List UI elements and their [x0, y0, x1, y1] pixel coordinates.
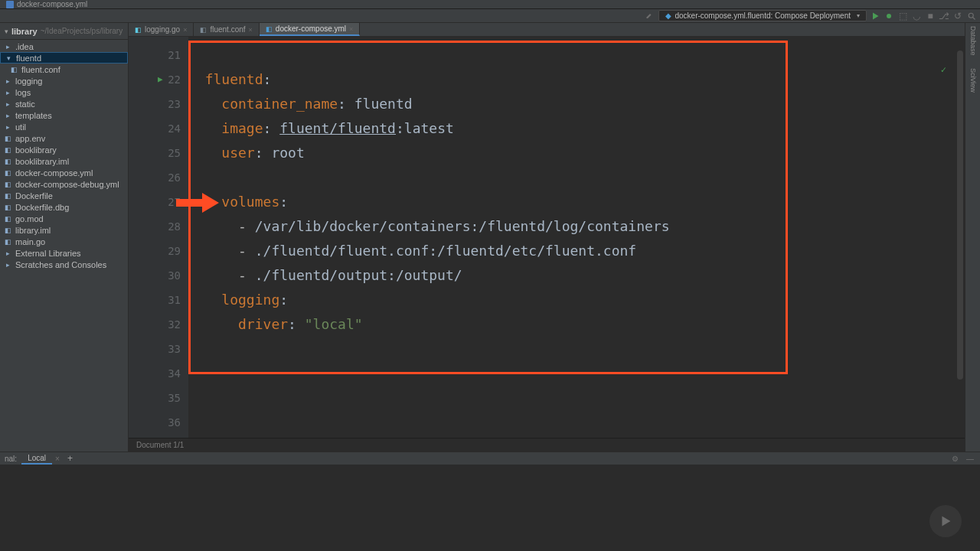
code-line[interactable] — [188, 337, 965, 361]
terminal-hide-icon[interactable]: — — [965, 453, 975, 464]
code-line[interactable]: logging: — [188, 288, 965, 312]
code-line[interactable]: user: root — [188, 141, 965, 165]
editor-body[interactable]: 2122▶2324252627282930313233343536 fluent… — [129, 37, 965, 438]
tree-item-label: fluent.conf — [21, 65, 60, 74]
run-button[interactable] — [870, 11, 880, 21]
gutter-line[interactable]: 25 — [129, 141, 181, 165]
tree-item-docker-compose-yml[interactable]: ◧docker-compose.yml — [0, 167, 128, 178]
terminal-tab-close-icon[interactable]: × — [52, 453, 63, 464]
tree-item-label: External Libraries — [15, 249, 81, 258]
gutter-line[interactable]: 28 — [129, 214, 181, 239]
gutter-line[interactable]: 31 — [129, 288, 181, 312]
gutter-line[interactable]: 30 — [129, 263, 181, 288]
search-icon[interactable] — [966, 11, 977, 21]
code-line[interactable] — [188, 386, 965, 410]
run-config-selector[interactable]: ◆ docker-compose.yml.fluentd: Compose De… — [658, 10, 867, 21]
tab-docker-compose-yml[interactable]: ◧docker-compose.yml× — [260, 23, 361, 36]
gutter-line[interactable]: 22▶ — [129, 67, 181, 92]
tree-item-scratches[interactable]: ▸Scratches and Consoles — [0, 259, 128, 270]
tree-item-dockerfile-dbg[interactable]: ◧Dockerfile.dbg — [0, 201, 128, 213]
file-type-icon: ◧ — [266, 25, 273, 33]
tree-item-booklibrary-iml[interactable]: ◧booklibrary.iml — [0, 155, 128, 167]
coverage-button[interactable]: ⬚ — [897, 11, 908, 21]
tree-item-templates[interactable]: ▸templates — [0, 109, 128, 121]
run-config-label: docker-compose.yml.fluentd: Compose Depl… — [675, 11, 851, 20]
code-area[interactable]: fluentd: container_name: fluentd image: … — [188, 37, 965, 438]
code-line[interactable]: container_name: fluentd — [188, 92, 965, 116]
tree-item-label: Dockerfile — [15, 191, 53, 201]
top-toolbar: ◆ docker-compose.yml.fluentd: Compose De… — [0, 9, 980, 23]
gutter-line[interactable]: 32 — [129, 312, 181, 337]
gutter[interactable]: 2122▶2324252627282930313233343536 — [129, 37, 188, 438]
tree-item-util[interactable]: ▸util — [0, 121, 128, 132]
tree-item--idea[interactable]: ▸.idea — [0, 41, 128, 52]
inspection-ok-icon[interactable]: ✓ — [941, 64, 946, 75]
code-line[interactable]: image: fluent/fluentd:latest — [188, 116, 965, 141]
tree-item-fluentd[interactable]: ▾fluentd — [0, 52, 128, 64]
tree-item-label: go.mod — [15, 214, 44, 223]
file-icon: ◧ — [3, 226, 12, 235]
tree-item-static[interactable]: ▸static — [0, 98, 128, 109]
gutter-line[interactable]: 27 — [129, 190, 181, 214]
code-line[interactable] — [188, 165, 965, 190]
code-line[interactable]: - ./fluentd/output:/output/ — [188, 263, 965, 288]
code-line[interactable]: - ./fluentd/fluent.conf:/fluentd/etc/flu… — [188, 239, 965, 263]
tree-item-externalLibraries[interactable]: ▸External Libraries — [0, 247, 128, 259]
tree-item-docker-compose-debug-yml[interactable]: ◧docker-compose-debug.yml — [0, 178, 128, 190]
profile-button[interactable]: ◡ — [911, 11, 922, 21]
tree-item-library-iml[interactable]: ◧library.iml — [0, 224, 128, 236]
code-line[interactable]: - /var/lib/docker/containers:/fluentd/lo… — [188, 214, 965, 239]
gutter-line[interactable]: 21 — [129, 43, 181, 67]
tree-item-main-go[interactable]: ◧main.go — [0, 236, 128, 247]
project-tree[interactable]: ▸.idea▾fluentd◧fluent.conf▸logging▸logs▸… — [0, 40, 128, 452]
tree-item-logging[interactable]: ▸logging — [0, 75, 128, 86]
rail-tab-sciview[interactable]: SciView — [969, 68, 977, 93]
tree-item-label: util — [15, 122, 26, 132]
gutter-line[interactable]: 33 — [129, 337, 181, 361]
stop-button[interactable]: ■ — [925, 11, 936, 21]
gutter-line[interactable]: 26 — [129, 165, 181, 190]
file-icon: ◧ — [3, 145, 12, 155]
terminal-add-tab-button[interactable]: + — [67, 453, 73, 464]
tree-item-booklibrary[interactable]: ◧booklibrary — [0, 144, 128, 155]
update-button[interactable]: ↺ — [952, 11, 963, 21]
project-header[interactable]: ▾ library ~/IdeaProjects/ps/library ⊙ ≡ … — [0, 23, 128, 40]
folder-icon: ▸ — [3, 77, 12, 86]
tree-item-label: Scratches and Consoles — [15, 260, 106, 269]
tab-close-icon[interactable]: × — [349, 25, 353, 33]
tree-item-logs[interactable]: ▸logs — [0, 86, 128, 98]
gutter-line[interactable]: 29 — [129, 239, 181, 263]
tree-item-label: library.iml — [15, 226, 51, 235]
terminal-tab-local[interactable]: Local — [21, 452, 52, 465]
tree-item-go-mod[interactable]: ◧go.mod — [0, 213, 128, 224]
tree-item-app-env[interactable]: ◧app.env — [0, 132, 128, 144]
code-line[interactable] — [188, 43, 965, 67]
library-icon: ▸ — [3, 249, 12, 258]
terminal-settings-icon[interactable]: ⚙ — [949, 453, 960, 464]
rail-tab-database[interactable]: Database — [969, 26, 977, 56]
gutter-line[interactable]: 23 — [129, 92, 181, 116]
project-name: library — [11, 27, 38, 36]
code-line[interactable] — [188, 361, 965, 386]
svg-point-1 — [969, 13, 973, 18]
terminal-body[interactable] — [0, 465, 980, 551]
gutter-line[interactable]: 34 — [129, 361, 181, 386]
hammer-icon[interactable] — [645, 11, 655, 21]
debug-button[interactable] — [884, 11, 894, 21]
tree-item-fluent-conf[interactable]: ◧fluent.conf — [0, 64, 128, 75]
tab-close-icon[interactable]: × — [249, 26, 253, 34]
editor-scrollbar[interactable] — [957, 51, 963, 380]
code-line[interactable]: fluentd: — [188, 67, 965, 92]
code-line[interactable] — [188, 410, 965, 435]
gutter-run-icon[interactable]: ▶ — [158, 67, 163, 92]
tab-fluent-conf[interactable]: ◧fluent.conf× — [194, 23, 259, 36]
tab-logging-go[interactable]: ◧logging.go× — [129, 23, 194, 36]
code-line[interactable]: driver: "local" — [188, 312, 965, 337]
gutter-line[interactable]: 24 — [129, 116, 181, 141]
code-line[interactable]: volumes: — [188, 190, 965, 214]
gutter-line[interactable]: 36 — [129, 410, 181, 435]
git-button[interactable]: ⎇ — [939, 11, 949, 21]
tree-item-dockerfile[interactable]: ◧Dockerfile — [0, 190, 128, 201]
gutter-line[interactable]: 35 — [129, 386, 181, 410]
tab-close-icon[interactable]: × — [183, 26, 187, 34]
